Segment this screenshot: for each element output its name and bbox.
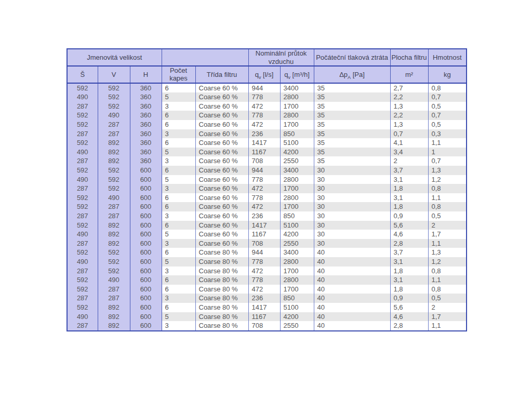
cell-plocha_m2: 3,1 [390, 193, 428, 203]
cell-hmotnost_kg: 1,2 [428, 257, 467, 267]
table-row: 5928926006Coarse 60 %14175100305,62 [67, 221, 467, 230]
cell-pocet_kapes: 6 [162, 285, 195, 294]
header-group-row: Jmenovitá velikost Nominální průtok vzdu… [67, 49, 467, 66]
cell-v: 287 [98, 129, 130, 139]
cell-dp_pa: 30 [314, 221, 390, 230]
header-group-pocatecni-tlakova-ztrata: Počáteční tlaková ztráta [314, 49, 390, 66]
cell-trida_filtru: Coarse 80 % [195, 275, 248, 285]
cell-hmotnost_kg: 0,7 [428, 156, 467, 166]
cell-trida_filtru: Coarse 80 % [195, 303, 248, 312]
cell-h: 600 [130, 285, 162, 294]
cell-plocha_m2: 2,8 [390, 321, 428, 331]
cell-h: 360 [130, 92, 162, 102]
header-group-nominalni-prutok-vzduchu: Nominální průtok vzduchu [248, 49, 314, 66]
cell-trida_filtru: Coarse 60 % [195, 166, 248, 175]
cell-dp_pa: 40 [314, 303, 390, 312]
cell-v: 592 [98, 102, 130, 111]
cell-plocha_m2: 1,8 [390, 202, 428, 211]
cell-q_m3h: 2800 [280, 92, 314, 102]
cell-s: 592 [67, 111, 98, 120]
table-row: 2875923603Coarse 60 %4721700351,30,5 [67, 102, 467, 111]
cell-pocet_kapes: 3 [162, 156, 195, 166]
cell-dp_pa: 30 [314, 230, 390, 239]
cell-q_ls: 472 [248, 202, 280, 211]
cell-h: 360 [130, 102, 162, 111]
cell-hmotnost_kg: 0,5 [428, 102, 467, 111]
table-row: 2872876003Coarse 80 %236850400,90,5 [67, 294, 467, 303]
cell-hmotnost_kg: 0,7 [428, 92, 467, 102]
cell-q_m3h: 2550 [280, 321, 314, 331]
cell-plocha_m2: 4,6 [390, 230, 428, 239]
cell-q_ls: 472 [248, 267, 280, 276]
cell-q_m3h: 1700 [280, 184, 314, 193]
cell-dp_pa: 40 [314, 275, 390, 285]
cell-hmotnost_kg: 1,1 [428, 321, 467, 331]
cell-q_ls: 944 [248, 166, 280, 175]
cell-pocet_kapes: 3 [162, 129, 195, 139]
cell-q_ls: 1167 [248, 148, 280, 157]
table-row: 4905926005Coarse 80 %7782800403,11,2 [67, 257, 467, 267]
cell-q_m3h: 3400 [280, 166, 314, 175]
table-row: 4908923605Coarse 60 %11674200353,41 [67, 148, 467, 157]
cell-h: 360 [130, 129, 162, 139]
cell-s: 287 [67, 184, 98, 193]
cell-dp_pa: 35 [314, 102, 390, 111]
table-row: 5928926006Coarse 80 %14175100405,62 [67, 303, 467, 312]
cell-trida_filtru: Coarse 60 % [195, 184, 248, 193]
cell-v: 892 [98, 312, 130, 322]
cell-pocet_kapes: 3 [162, 321, 195, 331]
cell-hmotnost_kg: 1,1 [428, 193, 467, 203]
cell-hmotnost_kg: 0,8 [428, 83, 467, 93]
dp-symbol: Δp [339, 71, 348, 78]
cell-v: 892 [98, 230, 130, 239]
cell-s: 287 [67, 102, 98, 111]
cell-s: 287 [67, 321, 98, 331]
cell-trida_filtru: Coarse 60 % [195, 129, 248, 139]
header-group-jmenovita-velikost: Jmenovitá velikost [67, 49, 162, 66]
table-row: 2878923603Coarse 60 %70825503520,7 [67, 156, 467, 166]
header-col-h: H [130, 66, 162, 83]
cell-h: 600 [130, 211, 162, 221]
table-row: 5922876006Coarse 60 %4721700301,80,8 [67, 202, 467, 211]
cell-s: 592 [67, 83, 98, 93]
cell-v: 490 [98, 111, 130, 120]
cell-trida_filtru: Coarse 60 % [195, 221, 248, 230]
cell-q_m3h: 1700 [280, 120, 314, 129]
cell-q_m3h: 2800 [280, 257, 314, 267]
cell-s: 490 [67, 148, 98, 157]
cell-q_ls: 1417 [248, 303, 280, 312]
cell-q_m3h: 4200 [280, 230, 314, 239]
cell-dp_pa: 35 [314, 148, 390, 157]
cell-v: 892 [98, 148, 130, 157]
cell-dp_pa: 35 [314, 120, 390, 129]
cell-plocha_m2: 3,1 [390, 175, 428, 184]
table-row: 4908926005Coarse 80 %11674200404,61,7 [67, 312, 467, 322]
cell-dp_pa: 30 [314, 184, 390, 193]
cell-v: 892 [98, 221, 130, 230]
cell-dp_pa: 30 [314, 193, 390, 203]
cell-pocet_kapes: 3 [162, 267, 195, 276]
cell-plocha_m2: 0,9 [390, 211, 428, 221]
cell-q_ls: 1167 [248, 312, 280, 322]
cell-plocha_m2: 4,6 [390, 312, 428, 322]
cell-q_ls: 944 [248, 248, 280, 257]
cell-q_ls: 778 [248, 193, 280, 203]
cell-s: 592 [67, 166, 98, 175]
cell-s: 490 [67, 312, 98, 322]
cell-s: 287 [67, 129, 98, 139]
cell-s: 287 [67, 211, 98, 221]
cell-s: 287 [67, 267, 98, 276]
cell-h: 600 [130, 202, 162, 211]
cell-trida_filtru: Coarse 60 % [195, 120, 248, 129]
table-row: 5924903606Coarse 60 %7782800352,20,7 [67, 111, 467, 120]
cell-trida_filtru: Coarse 60 % [195, 102, 248, 111]
cell-hmotnost_kg: 0,8 [428, 184, 467, 193]
cell-hmotnost_kg: 1,1 [428, 138, 467, 148]
cell-v: 287 [98, 202, 130, 211]
cell-dp_pa: 35 [314, 156, 390, 166]
table-row: 2878926003Coarse 80 %7082550402,81,1 [67, 321, 467, 331]
cell-h: 360 [130, 138, 162, 148]
cell-trida_filtru: Coarse 60 % [195, 239, 248, 248]
cell-h: 360 [130, 111, 162, 120]
cell-s: 592 [67, 120, 98, 129]
